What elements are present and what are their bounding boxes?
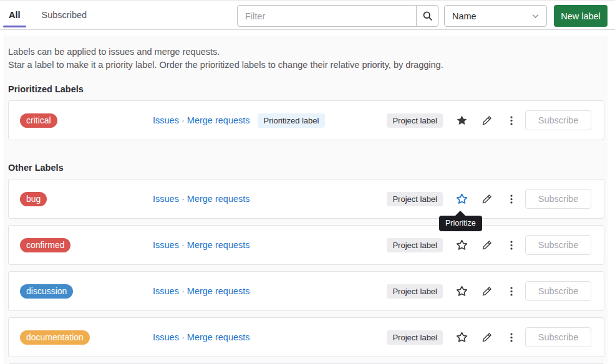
- project-label-badge: Project label: [387, 330, 443, 345]
- subscribe-button[interactable]: Subscribe: [525, 235, 591, 255]
- star-outline-icon: [456, 332, 468, 343]
- tooltip-arrow-icon: [455, 211, 465, 216]
- project-label-badge: Project label: [387, 192, 443, 206]
- pencil-icon: [482, 286, 492, 297]
- description-line-1: Labels can be applied to issues and merg…: [8, 46, 608, 59]
- prioritize-star-button[interactable]: [449, 234, 474, 256]
- kebab-menu-icon: [506, 286, 516, 297]
- label-row-bug: bug Issues · Merge requests Project labe…: [8, 179, 604, 219]
- label-row-documentation: documentation Issues · Merge requests Pr…: [8, 317, 604, 357]
- label-row-discussion: discussion Issues · Merge requests Proje…: [8, 271, 604, 311]
- active-tab-underline: [3, 26, 26, 27]
- row-actions: Project label Subscribe: [387, 188, 604, 210]
- issues-link[interactable]: Issues: [153, 115, 179, 125]
- label-row-confirmed: confirmed Issues · Merge requests Projec…: [8, 225, 604, 265]
- label-name-cell: bug: [20, 192, 153, 206]
- prioritized-label-badge: Prioritized label: [258, 113, 326, 128]
- links-separator: ·: [179, 286, 187, 296]
- labels-description: Labels can be applied to issues and merg…: [8, 46, 608, 72]
- label-options-menu-button[interactable]: [499, 234, 524, 256]
- description-line-2: Star a label to make it a priority label…: [8, 59, 608, 72]
- prioritize-tooltip: Prioritize: [439, 216, 482, 231]
- search-button[interactable]: [416, 5, 438, 27]
- merge-requests-link[interactable]: Merge requests: [187, 115, 250, 125]
- label-links: Issues · Merge requests: [153, 240, 250, 250]
- pencil-icon: [482, 240, 492, 251]
- label-links: Issues · Merge requests: [153, 286, 250, 296]
- filter-group: [237, 5, 438, 27]
- new-label-button[interactable]: New label: [554, 5, 608, 27]
- label-name-cell: confirmed: [20, 238, 153, 252]
- prioritize-star-button[interactable]: [449, 326, 474, 348]
- subscribe-button[interactable]: Subscribe: [525, 189, 591, 209]
- prioritize-star-button[interactable]: [449, 109, 474, 132]
- edit-label-button[interactable]: [474, 109, 499, 132]
- label-links: Issues · Merge requests: [153, 332, 250, 342]
- label-name-cell: documentation: [20, 330, 153, 345]
- label-pill[interactable]: documentation: [20, 330, 90, 345]
- subscribe-button[interactable]: Subscribe: [525, 110, 591, 130]
- section-heading: Other Labels: [8, 161, 608, 174]
- labels-toolbar: All Subscribed Name New label: [0, 1, 615, 30]
- labels-tabs: All Subscribed: [9, 1, 87, 29]
- label-links: Issues · Merge requests: [153, 194, 250, 204]
- search-icon: [422, 11, 433, 21]
- prioritize-star-button[interactable]: [449, 280, 474, 302]
- pencil-icon: [482, 332, 492, 343]
- subscribe-button[interactable]: Subscribe: [525, 327, 591, 347]
- label-name-cell: critical: [20, 113, 153, 128]
- kebab-menu-icon: [506, 115, 516, 126]
- row-actions: Project label Subscribe: [387, 109, 604, 132]
- star-filled-icon: [456, 115, 468, 127]
- section-heading: Prioritized Labels: [8, 83, 608, 95]
- issues-link[interactable]: Issues: [153, 194, 179, 204]
- sort-dropdown[interactable]: Name: [444, 5, 547, 27]
- row-actions: Project label Subscribe: [387, 326, 604, 348]
- subscribe-button[interactable]: Subscribe: [525, 281, 591, 301]
- label-sections: Prioritized Labels critical Issues · Mer…: [4, 83, 608, 364]
- edit-label-button[interactable]: [474, 280, 499, 302]
- project-label-badge: Project label: [387, 284, 443, 299]
- pencil-icon: [482, 194, 492, 204]
- row-actions: Project label Subscribe: [387, 280, 604, 302]
- label-pill[interactable]: confirmed: [20, 238, 70, 252]
- edit-label-button[interactable]: [474, 234, 499, 256]
- labels-content: Labels can be applied to issues and merg…: [4, 36, 608, 364]
- links-separator: ·: [179, 194, 187, 204]
- label-options-menu-button[interactable]: [499, 280, 524, 302]
- filter-input[interactable]: [237, 5, 417, 27]
- label-options-menu-button[interactable]: [499, 326, 524, 348]
- project-label-badge: Project label: [387, 238, 443, 252]
- star-outline-icon: [456, 239, 468, 251]
- issues-link[interactable]: Issues: [153, 240, 179, 250]
- label-pill[interactable]: discussion: [20, 284, 73, 299]
- prioritize-star-button[interactable]: [449, 188, 474, 210]
- edit-label-button[interactable]: [474, 326, 499, 348]
- kebab-menu-icon: [506, 240, 516, 251]
- label-pill[interactable]: bug: [20, 192, 47, 206]
- tab-all[interactable]: All: [9, 10, 21, 20]
- merge-requests-link[interactable]: Merge requests: [187, 286, 250, 296]
- links-separator: ·: [179, 115, 187, 125]
- row-actions: Project label Subscribe: [387, 234, 604, 256]
- kebab-menu-icon: [506, 194, 516, 204]
- sort-dropdown-value: Name: [452, 11, 477, 21]
- links-separator: ·: [179, 332, 187, 342]
- chevron-down-icon: [532, 14, 539, 19]
- label-links: Issues · Merge requests: [153, 115, 250, 125]
- issues-link[interactable]: Issues: [153, 332, 179, 342]
- merge-requests-link[interactable]: Merge requests: [187, 332, 250, 342]
- merge-requests-link[interactable]: Merge requests: [187, 240, 250, 250]
- label-options-menu-button[interactable]: [499, 188, 524, 210]
- kebab-menu-icon: [506, 332, 516, 343]
- star-outline-icon: [456, 193, 468, 205]
- tooltip-text: Prioritize: [445, 219, 476, 228]
- label-pill[interactable]: critical: [20, 113, 57, 128]
- merge-requests-link[interactable]: Merge requests: [187, 194, 250, 204]
- tab-subscribed[interactable]: Subscribed: [42, 10, 87, 20]
- tab-all-label: All: [9, 10, 21, 20]
- edit-label-button[interactable]: [474, 188, 499, 210]
- issues-link[interactable]: Issues: [153, 286, 179, 296]
- project-label-badge: Project label: [387, 113, 443, 128]
- label-options-menu-button[interactable]: [499, 109, 524, 132]
